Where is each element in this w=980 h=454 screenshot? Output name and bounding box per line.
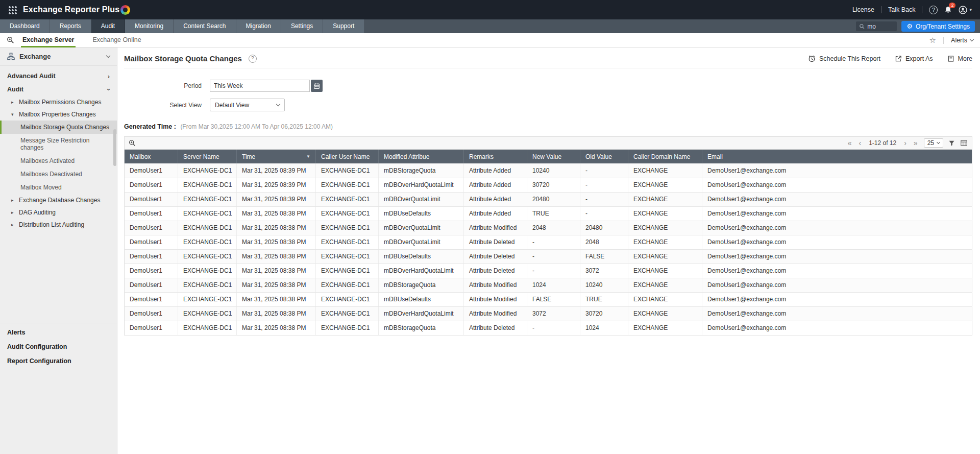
nav-search[interactable] [856,21,897,31]
nav-tab-settings[interactable]: Settings [281,19,323,33]
sidebar-item-label: Mailbox Permissions Changes [19,99,101,106]
table-cell: EXCHANGE-DC1 [316,264,379,278]
filter-icon[interactable] [948,140,955,147]
notification-bell-icon[interactable]: 2 [944,6,952,14]
sidebar-footer-report-configuration[interactable]: Report Configuration [0,354,117,368]
alerts-dropdown[interactable]: Alerts [951,37,973,44]
column-header-caller-user-name[interactable]: Caller User Name [316,150,379,163]
table-cell: DemoUser1 [125,192,178,206]
subnav-tab-exchange-online[interactable]: Exchange Online [91,33,142,47]
sidebar-item-dag-auditing[interactable]: ▸DAG Auditing [0,206,117,219]
table-cell: Attribute Added [464,192,527,206]
nav-search-input[interactable] [867,23,894,30]
sidebar-item-mailbox-moved[interactable]: Mailbox Moved [0,181,117,194]
sidebar-item-exchange-database-changes[interactable]: ▸Exchange Database Changes [0,194,117,206]
license-link[interactable]: License [852,6,874,13]
first-page-button[interactable]: « [847,139,853,147]
column-header-remarks[interactable]: Remarks [464,150,527,163]
table-row[interactable]: DemoUser1EXCHANGE-DC1Mar 31, 2025 08:39 … [125,192,972,206]
column-header-time[interactable]: Time▼ [237,150,316,163]
tree-collapsed-icon: ▸ [11,198,16,203]
table-cell: EXCHANGE-DC1 [316,278,379,292]
report-filters: Period Select [124,68,972,111]
table-row[interactable]: DemoUser1EXCHANGE-DC1Mar 31, 2025 08:38 … [125,306,972,321]
column-header-caller-domain-name[interactable]: Caller Domain Name [628,150,702,163]
sidebar-item-mailbox-storage-quota-changes[interactable]: Mailbox Storage Quota Changes [0,121,117,134]
global-search-icon[interactable] [7,36,14,44]
table-row[interactable]: DemoUser1EXCHANGE-DC1Mar 31, 2025 08:39 … [125,163,972,178]
sub-nav: Exchange ServerExchange Online ☆ Alerts [0,33,980,47]
sidebar-section-exchange[interactable]: Exchange [0,47,117,66]
table-row[interactable]: DemoUser1EXCHANGE-DC1Mar 31, 2025 08:39 … [125,178,972,192]
org-tenant-settings-button[interactable]: ⚙ Org/Tenant Settings [901,21,975,32]
sidebar-item-advanced-audit[interactable]: Advanced Audit› [0,69,117,83]
nav-tab-reports[interactable]: Reports [50,19,91,33]
nav-tab-dashboard[interactable]: Dashboard [0,19,50,33]
help-icon[interactable]: ? [249,55,257,63]
more-button[interactable]: More [947,55,972,62]
user-account-menu[interactable]: ▾ [959,6,972,14]
sidebar-item-label: Advanced Audit [7,73,56,80]
sidebar-footer-audit-configuration[interactable]: Audit Configuration [0,340,117,354]
table-row[interactable]: DemoUser1EXCHANGE-DC1Mar 31, 2025 08:38 … [125,235,972,249]
table-row[interactable]: DemoUser1EXCHANGE-DC1Mar 31, 2025 08:38 … [125,278,972,292]
column-header-email[interactable]: Email [702,150,972,163]
view-select[interactable]: Default View [210,99,285,111]
chevron-down-icon: ▾ [969,7,972,12]
table-cell: Attribute Deleted [464,321,527,335]
prev-page-button[interactable]: ‹ [857,139,862,147]
table-cell: DemoUser1 [125,306,178,321]
sidebar-item-distribution-list-auditing[interactable]: ▸Distribution List Auditing [0,219,117,231]
nav-tab-content-search[interactable]: Content Search [174,19,236,33]
sidebar-footer-alerts[interactable]: Alerts [0,325,117,340]
sidebar-item-mailbox-properties-changes[interactable]: ▾Mailbox Properties Changes [0,108,117,121]
page-size-select[interactable]: 25 [924,138,943,148]
nav-tab-migration[interactable]: Migration [236,19,281,33]
period-input[interactable] [210,80,310,92]
table-row[interactable]: DemoUser1EXCHANGE-DC1Mar 31, 2025 08:38 … [125,321,972,335]
nav-tab-support[interactable]: Support [323,19,364,33]
sidebar-item-label: Mailbox Properties Changes [19,111,96,118]
column-header-server-name[interactable]: Server Name [178,150,237,163]
table-cell: Mar 31, 2025 08:38 PM [237,235,316,249]
table-row[interactable]: DemoUser1EXCHANGE-DC1Mar 31, 2025 08:38 … [125,264,972,278]
table-row[interactable]: DemoUser1EXCHANGE-DC1Mar 31, 2025 08:38 … [125,292,972,306]
sidebar-item-audit[interactable]: Audit› [0,83,117,96]
table-row[interactable]: DemoUser1EXCHANGE-DC1Mar 31, 2025 08:38 … [125,249,972,264]
export-as-button[interactable]: Export As [895,55,933,62]
apps-grid-icon[interactable] [8,6,17,14]
subnav-tab-exchange-server[interactable]: Exchange Server [21,33,76,47]
calendar-button[interactable] [311,80,323,92]
favorite-star-icon[interactable]: ☆ [929,36,936,44]
sidebar-item-message-size-restriction-changes[interactable]: Message Size Restriction changes [0,134,117,154]
column-header-content: Modified Attribue [384,153,458,160]
column-chooser-icon[interactable] [960,139,968,147]
table-cell: EXCHANGE-DC1 [178,178,237,192]
table-search-icon[interactable] [129,139,136,147]
sidebar-item-mailboxes-activated[interactable]: Mailboxes Activated [0,154,117,168]
column-header-modified-attribue[interactable]: Modified Attribue [379,150,464,163]
column-header-old-value[interactable]: Old Value [580,150,628,163]
next-page-button[interactable]: › [903,139,908,147]
nav-tab-audit[interactable]: Audit [91,19,125,33]
table-cell: EXCHANGE [628,235,702,249]
table-row[interactable]: DemoUser1EXCHANGE-DC1Mar 31, 2025 08:38 … [125,221,972,235]
column-header-new-value[interactable]: New Value [527,150,580,163]
sidebar-scrollbar[interactable] [113,129,116,166]
chevron-right-icon: › [108,73,110,80]
table-cell: 20480 [527,192,580,206]
column-header-mailbox[interactable]: Mailbox [125,150,178,163]
table-cell: Mar 31, 2025 08:38 PM [237,264,316,278]
last-page-button[interactable]: » [913,139,919,147]
table-cell: EXCHANGE [628,292,702,306]
sidebar-item-mailboxes-deactivated[interactable]: Mailboxes Deactivated [0,168,117,181]
select-view-label: Select View [124,102,210,109]
table-cell: 2048 [527,221,580,235]
help-icon[interactable]: ? [929,6,938,14]
app-logo: Exchange Reporter Plus [23,5,130,15]
talkback-link[interactable]: Talk Back [888,6,916,13]
nav-tab-monitoring[interactable]: Monitoring [125,19,174,33]
schedule-report-button[interactable]: Schedule This Report [808,55,880,62]
sidebar-item-mailbox-permissions-changes[interactable]: ▸Mailbox Permissions Changes [0,96,117,108]
table-row[interactable]: DemoUser1EXCHANGE-DC1Mar 31, 2025 08:38 … [125,206,972,221]
